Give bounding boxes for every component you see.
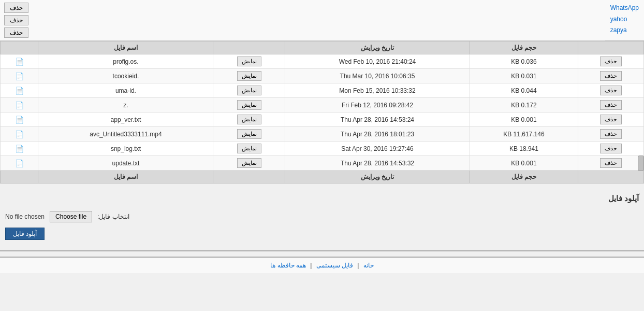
- table-row: حذفKB 0.172Fri Feb 12, 2016 09:28:42نمای…: [1, 98, 644, 112]
- file-size-4: KB 0.001: [470, 112, 578, 127]
- table-row: حذفKB 0.036Wed Feb 10, 2016 21:40:24نمای…: [1, 54, 644, 69]
- delete-button-top-2[interactable]: حذف: [4, 15, 28, 25]
- delete-button-row-2[interactable]: حذف: [600, 86, 622, 95]
- choose-file-button[interactable]: Choose file: [50, 211, 92, 222]
- col-footer-name: اسم فایل: [38, 171, 213, 183]
- file-date-4: Thu Apr 28, 2016 14:53:24: [285, 112, 470, 127]
- file-icon-5: 📄: [1, 127, 38, 142]
- col-header-date: تاریخ ویرایش: [285, 41, 470, 54]
- file-size-7: KB 0.001: [470, 156, 578, 171]
- upload-button-row: آپلود فایل: [5, 228, 639, 240]
- document-icon: 📄: [15, 87, 24, 95]
- file-name-1: tcookieid.: [38, 69, 213, 83]
- file-size-6: KB 18.941: [470, 142, 578, 156]
- file-name-0: profig.os.: [38, 54, 213, 69]
- document-icon: 📄: [15, 130, 24, 138]
- upload-section: آپلود فایل انتخاب فایل: Choose file No f…: [5, 194, 639, 240]
- delete-button-row-5[interactable]: حذف: [600, 129, 622, 139]
- table-row: حذفKB 11,617.146Thu Apr 28, 2016 18:01:2…: [1, 127, 644, 142]
- upload-row: انتخاب فایل: Choose file No file chosen: [5, 211, 639, 222]
- file-icon-3: 📄: [1, 98, 38, 112]
- table-row: حذفKB 0.001Thu Apr 28, 2016 14:53:24نمای…: [1, 112, 644, 127]
- file-date-6: Sat Apr 30, 2016 19:27:46: [285, 142, 470, 156]
- file-icon-6: 📄: [1, 142, 38, 156]
- table-row: حذفKB 0.031Thu Mar 10, 2016 10:06:35نمای…: [1, 69, 644, 83]
- show-button-row-5[interactable]: نمایش: [237, 129, 261, 139]
- file-name-3: z.: [38, 98, 213, 112]
- footer-sep-2: |: [309, 262, 312, 269]
- show-button-row-1[interactable]: نمایش: [237, 71, 261, 81]
- file-icon-0: 📄: [1, 54, 38, 69]
- footer-sep-1: |: [356, 262, 359, 269]
- file-size-5: KB 11,617.146: [470, 127, 578, 142]
- file-input-label: انتخاب فایل:: [97, 213, 129, 220]
- file-size-1: KB 0.031: [470, 69, 578, 83]
- whatsapp-link[interactable]: WhatsApp: [610, 3, 639, 14]
- show-button-row-4[interactable]: نمایش: [237, 115, 261, 124]
- no-file-text: No file chosen: [5, 213, 45, 220]
- file-icon-7: 📄: [1, 156, 38, 171]
- delete-button-row-0[interactable]: حذف: [600, 56, 622, 66]
- delete-buttons-top: حذف حذف حذف: [0, 0, 33, 40]
- zapya-link[interactable]: zapya: [610, 25, 639, 36]
- file-icon-2: 📄: [1, 83, 38, 98]
- show-button-row-7[interactable]: نمایش: [237, 158, 261, 168]
- document-icon: 📄: [15, 116, 24, 124]
- footer-filesystem-link[interactable]: فایل سیستمی: [316, 262, 353, 269]
- delete-button-row-6[interactable]: حذف: [600, 144, 622, 153]
- file-date-0: Wed Feb 10, 2016 21:40:24: [285, 54, 470, 69]
- upload-submit-button[interactable]: آپلود فایل: [5, 228, 45, 240]
- file-date-2: Mon Feb 15, 2016 10:33:32: [285, 83, 470, 98]
- file-date-1: Thu Mar 10, 2016 10:06:35: [285, 69, 470, 83]
- yahoo-link[interactable]: yahoo: [610, 14, 639, 25]
- table-row: حذفKB 18.941Sat Apr 30, 2016 19:27:46نما…: [1, 142, 644, 156]
- delete-button-row-4[interactable]: حذف: [600, 115, 622, 124]
- col-footer-icon: [1, 171, 38, 183]
- show-button-row-6[interactable]: نمایش: [237, 144, 261, 153]
- col-header-size: حجم فایل: [470, 41, 578, 54]
- footer: خانه | فایل سیستمی | همه حافظه ها: [0, 257, 644, 273]
- col-footer-date: تاریخ ویرایش: [285, 171, 470, 183]
- footer-allstorage-link[interactable]: همه حافظه ها: [270, 262, 306, 269]
- file-name-2: uma-id.: [38, 83, 213, 98]
- table-row: حذفKB 0.044Mon Feb 15, 2016 10:33:32نمای…: [1, 83, 644, 98]
- top-links: WhatsApp yahoo zapya: [605, 0, 644, 40]
- document-icon: 📄: [15, 101, 24, 109]
- document-icon: 📄: [15, 58, 24, 66]
- file-name-5: avc_Untitled3333111.mp4: [38, 127, 213, 142]
- delete-button-row-7[interactable]: حذف: [600, 158, 622, 168]
- col-header-actions: [578, 41, 643, 54]
- file-date-7: Thu Apr 28, 2016 14:53:32: [285, 156, 470, 171]
- delete-button-row-1[interactable]: حذف: [600, 71, 622, 81]
- upload-title: آپلود فایل: [5, 194, 639, 203]
- file-name-7: update.txt: [38, 156, 213, 171]
- col-header-show: [213, 41, 285, 54]
- delete-button-row-3[interactable]: حذف: [600, 100, 622, 110]
- file-date-3: Fri Feb 12, 2016 09:28:42: [285, 98, 470, 112]
- show-button-row-2[interactable]: نمایش: [237, 86, 261, 95]
- file-size-3: KB 0.172: [470, 98, 578, 112]
- scrollbar[interactable]: [638, 156, 644, 171]
- delete-button-top-3[interactable]: حذف: [4, 27, 28, 38]
- file-date-5: Thu Apr 28, 2016 18:01:23: [285, 127, 470, 142]
- col-footer-show: [213, 171, 285, 183]
- col-footer-size: حجم فایل: [470, 171, 578, 183]
- file-size-2: KB 0.044: [470, 83, 578, 98]
- col-header-name: اسم فایل: [38, 41, 213, 54]
- show-button-row-0[interactable]: نمایش: [237, 56, 261, 66]
- file-name-6: snp_log.txt: [38, 142, 213, 156]
- document-icon: 📄: [15, 159, 24, 167]
- document-icon: 📄: [15, 145, 24, 153]
- file-size-0: KB 0.036: [470, 54, 578, 69]
- delete-button-top-1[interactable]: حذف: [4, 3, 28, 13]
- file-icon-1: 📄: [1, 69, 38, 83]
- footer-home-link[interactable]: خانه: [363, 262, 374, 269]
- col-footer-actions: [578, 171, 643, 183]
- show-button-row-3[interactable]: نمایش: [237, 100, 261, 110]
- file-name-4: app_ver.txt: [38, 112, 213, 127]
- table-row: حذفKB 0.001Thu Apr 28, 2016 14:53:32نمای…: [1, 156, 644, 171]
- file-table: حجم فایل تاریخ ویرایش اسم فایل حذفKB 0.0…: [0, 41, 644, 183]
- document-icon: 📄: [15, 72, 24, 80]
- file-icon-4: 📄: [1, 112, 38, 127]
- col-header-icon: [1, 41, 38, 54]
